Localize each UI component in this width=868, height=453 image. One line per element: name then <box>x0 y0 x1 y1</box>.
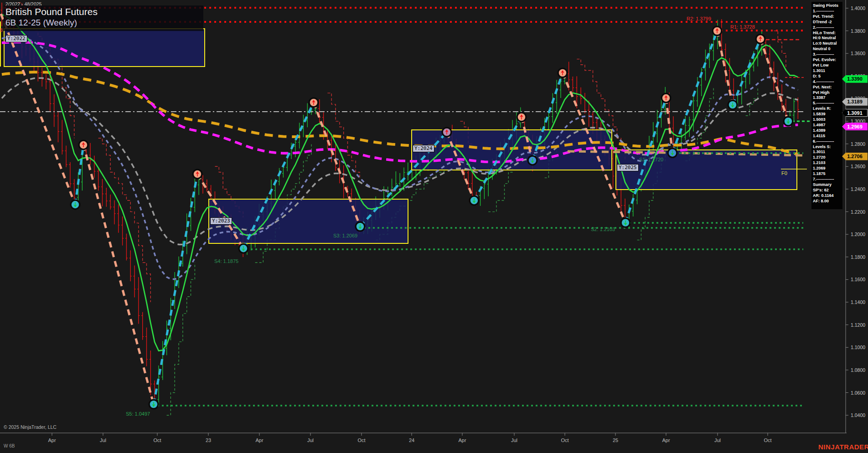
panel-line: 1.2069 <box>811 166 842 171</box>
panel-line: Pvt. Next: <box>811 85 842 90</box>
price-badge-1.3091: 1.3091 <box>842 109 868 117</box>
panel-line: D: 5 <box>811 74 842 79</box>
time-tick-label: Apr <box>48 438 56 443</box>
price-tick-label: 1.2200 <box>851 209 865 215</box>
swing-pivot-low <box>620 217 631 228</box>
panel-line: DTrend -2 <box>811 20 842 25</box>
support-label-s1: S1: 1.2720 <box>639 157 663 162</box>
time-tick-label: Jul <box>307 438 314 443</box>
panel-line: Swing Pivots <box>811 3 842 9</box>
support-label-s3: S3: 1.2069 <box>333 233 357 238</box>
copyright-text: © 2025 NinjaTrader, LLC <box>4 424 57 430</box>
panel-line: Summary <box>811 182 842 188</box>
time-tick-label: Apr <box>458 438 466 443</box>
swing-pivot-low <box>783 116 794 127</box>
price-badge-1.2969: 1.2969 <box>842 123 868 130</box>
year-chip-Y-2023: Y:2023 <box>210 217 232 225</box>
panel-line: 6.------------- <box>811 139 842 144</box>
price-tick-label: 1.1800 <box>851 254 865 260</box>
resistance-label-r1: R1: 1.3728 <box>730 24 755 30</box>
resistance-label-r2: R2: 1.3799 <box>687 16 711 21</box>
panel-line: 4.------------- <box>811 79 842 85</box>
panel-line: 1.3011 <box>811 68 842 74</box>
panel-line: Lo:0 Neutral <box>811 41 842 46</box>
panel-line: 1.5839 <box>811 112 842 117</box>
panel-line: 1.2103 <box>811 160 842 166</box>
swing-pivot-high <box>442 127 452 137</box>
panel-line: 2.------------- <box>811 25 842 31</box>
support-label-s5: S5: 1.0497 <box>126 411 150 417</box>
time-tick-label: Oct <box>764 438 771 443</box>
swing-pivot-low <box>527 155 538 165</box>
price-tick-label: 1.3600 <box>851 51 865 56</box>
swing-pivot-high <box>192 169 203 179</box>
price-tick-label: 1.1600 <box>851 277 865 282</box>
swing-pivot-high <box>78 139 89 150</box>
panel-line: 1.4987 <box>811 123 842 128</box>
year-boxes-layer <box>0 21 797 243</box>
left-edge-label-fragment: 8 <box>0 28 3 33</box>
year-chip-Y-2022: Y:2022 <box>5 35 27 42</box>
price-tick-label: 1.0800 <box>851 367 865 373</box>
time-tick-label: Jul <box>714 438 721 443</box>
panel-line: Hi:0 Neutral <box>811 36 842 41</box>
time-tick-label: Oct <box>357 438 365 443</box>
page-title: British Pound Futures <box>5 6 98 17</box>
year-chip-Y-2024: Y:2024 <box>413 145 434 152</box>
panel-line: SP's: 62 <box>811 188 842 193</box>
price-tick-label: 1.3800 <box>851 28 865 34</box>
panel-line: 1.5003 <box>811 117 842 123</box>
time-tick-label: Oct <box>561 438 568 443</box>
price-tick-label: 1.1200 <box>851 322 865 328</box>
panel-line: 1.3011 <box>811 149 842 155</box>
swing-pivot-high <box>517 112 527 122</box>
swing-pivot-low <box>469 196 480 206</box>
time-tick-label: Apr <box>255 438 263 443</box>
price-tick-label: 1.4000 <box>851 5 865 11</box>
price-badge-1.3390: 1.3390 <box>842 75 868 83</box>
price-tick-label: 1.0400 <box>851 412 865 418</box>
swing-pivot-high <box>661 93 672 103</box>
swing-pivot-high <box>755 34 766 44</box>
price-tick-label: 1.2000 <box>851 232 865 237</box>
swing-pivot-low <box>355 221 366 232</box>
panel-line: Pvt High <box>811 90 842 96</box>
support-label-s2: S2: 1.2103 <box>591 226 615 232</box>
panel-line: Neutral 0 <box>811 46 842 52</box>
panel-line: 1.3387 <box>811 95 842 101</box>
price-tick-label: 1.1000 <box>851 345 865 350</box>
panel-line: AF: 8.00 <box>811 199 842 204</box>
swing-pivot-low <box>667 148 678 158</box>
price-tick-label: 1.2400 <box>851 186 865 192</box>
swing-pivot-high <box>558 67 568 78</box>
time-tick-label: Apr <box>662 438 670 443</box>
price-tick-label: 1.2800 <box>851 141 865 147</box>
time-tick-label: 23 <box>206 438 211 443</box>
panel-line: Levels S: <box>811 144 842 150</box>
panel-line: 1.2720 <box>811 155 842 160</box>
price-tick-label: 1.1400 <box>851 299 865 305</box>
panel-line: 1.4389 <box>811 128 842 134</box>
chart-surface[interactable] <box>0 0 868 453</box>
support-label-s4: S4: 1.1875 <box>214 258 238 264</box>
panel-line: Pvt Low <box>811 63 842 68</box>
panel-line: Pvt. Trend: <box>811 14 842 20</box>
panel-line: 7.------------- <box>811 177 842 182</box>
swing-pivot-high <box>712 26 723 36</box>
instrument-subtitle: 6B 12-25 (Weekly) <box>5 18 77 28</box>
panel-line: HiLo Trend: <box>811 31 842 36</box>
price-tick-label: 1.2600 <box>851 164 865 169</box>
title-block: British Pound Futures 6B 12-25 (Weekly) <box>4 5 203 31</box>
price-badge-1.2706: 1.2706 <box>842 153 868 160</box>
panel-line: 3.------------- <box>811 52 842 57</box>
time-tick-label: Jul <box>100 438 106 443</box>
ninjatrader-chart-window: 2/2022 - 48/2025 British Pound Futures 6… <box>0 0 868 453</box>
ninjatrader-logo: NINJATRADER <box>818 443 868 451</box>
swing-pivot-low <box>728 100 738 110</box>
f0-label: F0 <box>781 170 787 176</box>
watermark-instrument: W 6B <box>4 443 15 448</box>
time-tick-label: Oct <box>153 438 161 443</box>
swing-pivot-low <box>238 243 249 254</box>
swing-pivot-low <box>70 199 81 210</box>
panel-line: 1.4115 <box>811 134 842 139</box>
